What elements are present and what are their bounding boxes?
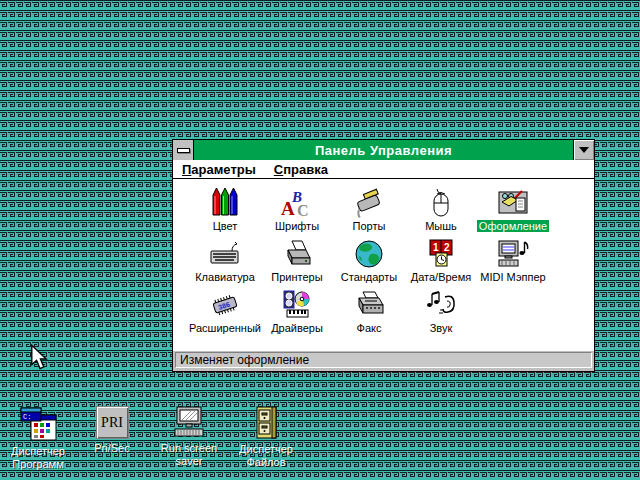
cp-item-keyboard[interactable]: Клавиатура	[189, 238, 261, 289]
keyboard-icon	[209, 238, 241, 270]
pri-sec-icon: PRI	[96, 406, 129, 439]
globe-icon	[353, 238, 385, 270]
desktop-icon-label: Диспетчер Программ	[11, 445, 65, 471]
svg-text:2: 2	[444, 242, 450, 253]
cp-item-label: Драйверы	[271, 322, 323, 334]
ports-icon	[353, 187, 385, 219]
cp-item-label: Принтеры	[271, 271, 322, 283]
program-manager-icon: C:	[19, 406, 57, 442]
control-panel-window: Панель Управления Параметры Справка	[172, 139, 595, 372]
menu-help[interactable]: Справка	[265, 160, 337, 178]
cp-item-enhanced[interactable]: 386 Расширенный	[189, 289, 261, 340]
svg-text:1: 1	[433, 242, 439, 253]
desktop-icon-program-manager[interactable]: C: Диспетчер Программ	[0, 406, 76, 471]
mouse-icon	[425, 187, 457, 219]
cp-item-international[interactable]: Стандарты	[333, 238, 405, 289]
386-chip-icon: 386	[209, 289, 241, 321]
desktop-icon-label: Диспетчер Файлов	[239, 443, 293, 469]
titlebar: Панель Управления	[173, 140, 594, 160]
window-title[interactable]: Панель Управления	[194, 140, 573, 160]
system-menu-icon	[177, 148, 190, 153]
svg-text:C: C	[297, 202, 309, 219]
system-menu-button[interactable]	[173, 140, 194, 160]
cp-item-label: Клавиатура	[195, 271, 255, 283]
menu-bar: Параметры Справка	[173, 160, 594, 179]
cp-item-label-selected: Оформление	[477, 220, 549, 232]
cp-item-label: Цвет	[213, 220, 238, 232]
desktop-appearance-icon	[497, 187, 529, 219]
crayons-icon	[209, 187, 241, 219]
cp-item-drivers[interactable]: Драйверы	[261, 289, 333, 340]
minimize-button[interactable]	[573, 140, 594, 160]
desktop-icon-label: Run screen saver	[161, 442, 217, 468]
cp-item-ports[interactable]: Порты	[333, 187, 405, 238]
cp-item-label: Стандарты	[341, 271, 397, 283]
cp-item-midimapper[interactable]: MIDI Мэппер	[477, 238, 549, 289]
desktop-icon-file-manager[interactable]: Диспетчер Файлов	[228, 406, 304, 469]
status-bar: Изменяет оформление	[173, 351, 594, 371]
svg-text:C:: C:	[23, 413, 31, 421]
fonts-icon: B A C	[281, 187, 313, 219]
cp-item-label: Мышь	[425, 220, 457, 232]
status-text: Изменяет оформление	[175, 352, 592, 368]
desktop-icon-screen-saver[interactable]: Run screen saver	[151, 406, 227, 468]
cp-item-printers[interactable]: Принтеры	[261, 238, 333, 289]
svg-text:A: A	[281, 198, 295, 219]
sound-icon	[425, 289, 457, 321]
printers-icon	[281, 238, 313, 270]
cp-item-sound[interactable]: Звук	[405, 289, 477, 340]
cp-item-label: MIDI Мэппер	[480, 271, 545, 283]
cp-item-colors[interactable]: Цвет	[189, 187, 261, 238]
midi-mapper-icon	[497, 238, 529, 270]
screen-saver-icon	[171, 406, 207, 439]
file-manager-icon	[249, 406, 283, 440]
cp-item-label: Порты	[353, 220, 386, 232]
cp-item-label: Расширенный	[189, 322, 261, 334]
drivers-icon	[281, 289, 313, 321]
cp-item-desktop[interactable]: Оформление	[477, 187, 549, 238]
cp-item-label: Дата/Время	[411, 271, 472, 283]
cp-item-mouse[interactable]: Мышь	[405, 187, 477, 238]
fax-icon	[353, 289, 385, 321]
minimize-arrow-icon	[579, 147, 589, 153]
menu-parameters[interactable]: Параметры	[173, 160, 265, 178]
cp-item-label: Факс	[357, 322, 382, 334]
cp-item-fonts[interactable]: B A C Шрифты	[261, 187, 333, 238]
cp-item-label: Звук	[430, 322, 453, 334]
cp-item-fax[interactable]: Факс	[333, 289, 405, 340]
icon-area: Цвет B A C Шрифты Порты	[173, 179, 594, 351]
desktop-icon-pri-sec[interactable]: PRI Pri/Sec	[74, 406, 150, 455]
desktop-icon-label: Pri/Sec	[94, 442, 129, 455]
cp-item-label: Шрифты	[275, 220, 319, 232]
cp-item-datetime[interactable]: 1 2 Дата/Время	[405, 238, 477, 289]
datetime-icon: 1 2	[425, 238, 457, 270]
